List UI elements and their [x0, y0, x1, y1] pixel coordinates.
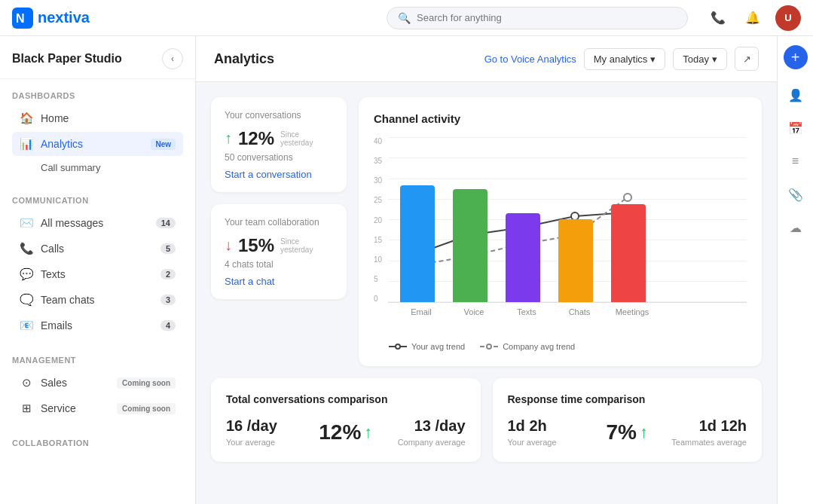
team-collab-card: Your team collaboration ↓ 15% Since yest… — [211, 204, 347, 299]
sidebar-header: Black Paper Studio ‹ — [0, 36, 195, 79]
chart-group-chats — [558, 219, 593, 302]
response-up-arrow: ↑ — [640, 423, 648, 442]
conversations-up-arrow: ↑ — [225, 130, 232, 147]
nextiva-logo-icon: N — [12, 8, 33, 29]
today-dropdown[interactable]: Today ▾ — [673, 48, 727, 70]
all-messages-icon: ✉️ — [20, 216, 33, 230]
search-input[interactable] — [417, 12, 677, 23]
right-user-icon[interactable]: 👤 — [782, 81, 809, 108]
response-your-avg-value: 1d 2h — [508, 417, 594, 435]
team-chats-badge: 3 — [160, 295, 176, 305]
all-messages-badge: 14 — [156, 218, 176, 228]
right-list-icon[interactable]: ≡ — [782, 148, 809, 175]
conversations-card: Your conversations ↑ 12% Since yesterday… — [211, 97, 347, 192]
bar-email — [400, 185, 435, 302]
bar-voice — [453, 189, 487, 302]
header-actions: Go to Voice Analytics My analytics ▾ Tod… — [484, 47, 759, 71]
team-collab-value-row: ↓ 15% Since yesterday — [225, 235, 333, 256]
response-time-values: 1d 2h Your average 7% ↑ 1d 12h Teammates… — [508, 417, 747, 447]
sidebar-section-collaboration: Collaboration — [0, 426, 195, 458]
sidebar-section-dashboards: Dashboards 🏠 Home 📊 Analytics New Call s… — [0, 79, 195, 184]
right-clip-icon[interactable]: 📎 — [782, 181, 809, 208]
total-conversations-card: Total conversations comparison 16 /day Y… — [211, 378, 481, 462]
bottom-row: Total conversations comparison 16 /day Y… — [211, 378, 762, 462]
legend-company-trend-label: Company avg trend — [503, 342, 575, 351]
response-pct: 7% — [607, 420, 637, 444]
emails-icon: 📧 — [20, 319, 33, 332]
x-label-email: Email — [404, 307, 439, 316]
texts-badge: 2 — [160, 269, 176, 279]
team-collab-since: Since yesterday — [280, 237, 333, 254]
sidebar-collapse-button[interactable]: ‹ — [162, 48, 183, 69]
total-conversations-values: 16 /day Your average 12% ↑ 13 /day Compa… — [226, 417, 466, 447]
right-icon-bar: + 👤 📅 ≡ 📎 ☁ — [777, 36, 813, 504]
sidebar-item-team-chats[interactable]: 🗨️ Team chats 3 — [12, 288, 183, 312]
chevron-down-icon-2: ▾ — [712, 53, 717, 65]
y-label-40: 40 — [374, 137, 382, 145]
sidebar-item-home[interactable]: 🏠 Home — [12, 106, 183, 130]
x-label-texts: Texts — [509, 307, 544, 316]
service-label: Service — [41, 402, 106, 414]
my-analytics-label: My analytics — [594, 53, 648, 65]
search-area: 🔍 — [387, 7, 688, 29]
voice-analytics-link[interactable]: Go to Voice Analytics — [484, 53, 576, 65]
total-company-avg-label: Company average — [384, 438, 465, 447]
total-your-avg-value: 16 /day — [226, 417, 307, 435]
calls-badge: 5 — [160, 243, 176, 254]
response-pct-center: 7% ↑ — [594, 420, 660, 444]
home-icon: 🏠 — [20, 111, 33, 125]
add-button[interactable]: + — [784, 45, 808, 69]
today-label: Today — [683, 53, 709, 65]
chevron-down-icon: ▾ — [650, 53, 656, 65]
sidebar-item-call-summary[interactable]: Call summary — [12, 157, 183, 178]
chart-group-email — [400, 185, 435, 302]
response-time-title: Response time comparison — [508, 393, 747, 405]
chart-legend: Your avg trend Company avg trend — [374, 342, 747, 351]
x-label-voice: Voice — [457, 307, 491, 316]
chart-group-voice — [453, 189, 487, 302]
phone-button[interactable]: 📞 — [706, 6, 730, 30]
response-teammates-avg-value: 1d 12h — [660, 417, 747, 435]
sidebar-item-texts[interactable]: 💬 Texts 2 — [12, 262, 183, 286]
dashboards-label: Dashboards — [12, 91, 183, 100]
team-collab-count: 4 chats total — [225, 259, 333, 270]
sidebar-item-all-messages[interactable]: ✉️ All messages 14 — [12, 211, 183, 235]
analytics-new-badge: New — [151, 139, 176, 150]
start-conversation-link[interactable]: Start a conversation — [225, 169, 333, 180]
bar-meetings — [611, 204, 646, 302]
search-icon: 🔍 — [398, 12, 411, 24]
total-company-avg: 13 /day Company average — [384, 417, 465, 447]
conversations-value-row: ↑ 12% Since yesterday — [225, 128, 333, 149]
start-chat-link[interactable]: Start a chat — [225, 276, 333, 287]
conversations-card-label: Your conversations — [225, 109, 333, 122]
total-pct-center: 12% ↑ — [307, 420, 384, 444]
right-calendar-icon[interactable]: 📅 — [782, 115, 809, 142]
total-your-avg: 16 /day Your average — [226, 417, 307, 447]
notification-button[interactable]: 🔔 — [741, 6, 765, 30]
home-label: Home — [41, 112, 176, 124]
management-label: Management — [12, 356, 183, 365]
sidebar-item-emails[interactable]: 📧 Emails 4 — [12, 313, 183, 338]
page-title: Analytics — [214, 51, 472, 67]
user-avatar[interactable]: U — [775, 5, 801, 31]
total-your-avg-label: Your average — [226, 438, 307, 447]
sidebar-item-analytics[interactable]: 📊 Analytics New — [12, 132, 183, 156]
right-cloud-icon[interactable]: ☁ — [782, 214, 809, 241]
x-label-meetings: Meetings — [615, 307, 649, 316]
share-button[interactable]: ↗ — [735, 47, 759, 71]
team-collab-pct: 15% — [238, 235, 274, 256]
team-collab-label: Your team collaboration — [225, 216, 333, 229]
sidebar-item-service[interactable]: ⊞ Service Coming soon — [12, 396, 183, 420]
sidebar-item-sales[interactable]: ⊙ Sales Coming soon — [12, 371, 183, 395]
y-label-15: 15 — [374, 236, 382, 244]
stats-cards: Your conversations ↑ 12% Since yesterday… — [211, 97, 347, 366]
legend-your-trend-label: Your avg trend — [411, 342, 465, 351]
logo-text: nextiva — [38, 9, 90, 26]
search-box[interactable]: 🔍 — [387, 7, 688, 29]
legend-company-trend: Company avg trend — [480, 342, 575, 351]
logo: N nextiva — [12, 8, 90, 29]
my-analytics-dropdown[interactable]: My analytics ▾ — [584, 48, 666, 70]
sidebar-item-calls[interactable]: 📞 Calls 5 — [12, 237, 183, 261]
y-label-30: 30 — [374, 176, 382, 185]
service-coming-badge: Coming soon — [117, 403, 176, 414]
